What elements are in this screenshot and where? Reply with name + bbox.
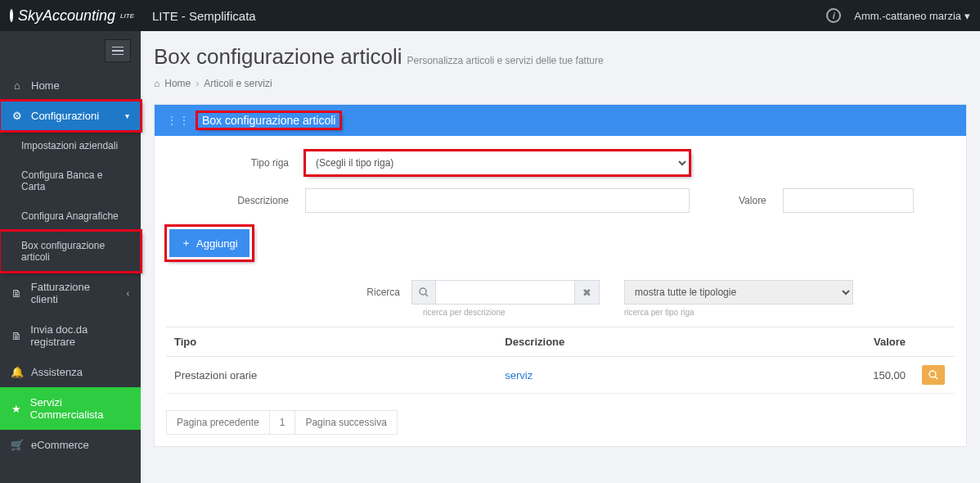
logo-icon — [10, 9, 13, 22]
app-logo[interactable]: SkyAccounting LITE — [0, 7, 141, 25]
user-name: Amm.-cattaneo marzia — [854, 10, 961, 22]
info-icon[interactable]: i — [826, 8, 841, 23]
app-sublogo: LITE — [120, 12, 134, 20]
topbar: SkyAccounting LITE LITE - Semplificata i… — [0, 0, 980, 31]
user-menu[interactable]: Amm.-cattaneo marzia ▾ — [854, 10, 970, 22]
edition-label: LITE - Semplificata — [152, 9, 256, 23]
chevron-down-icon: ▾ — [964, 10, 970, 22]
app-name: SkyAccounting — [18, 7, 115, 25]
